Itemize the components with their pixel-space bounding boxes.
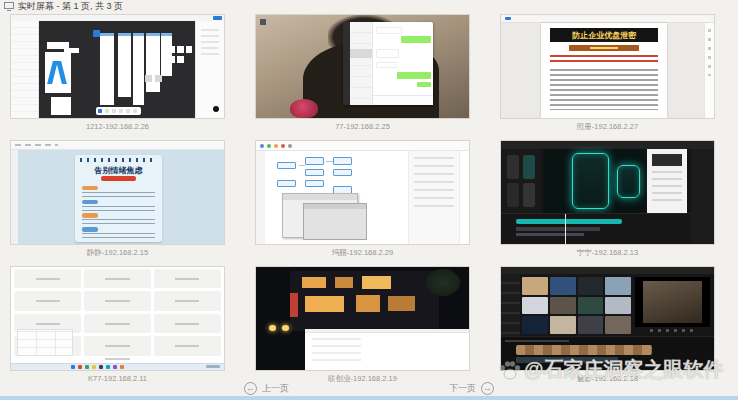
timeline-toolbar — [505, 340, 569, 342]
pagination-bar: ← 上一页 下一页 → — [0, 382, 738, 395]
lit-window — [356, 295, 380, 312]
editor-topbar — [501, 267, 714, 274]
browser-toolbar — [501, 15, 714, 23]
canvas-chip — [177, 46, 184, 53]
canvas-toolbar — [96, 107, 141, 115]
properties-panel — [195, 21, 224, 118]
screen-thumbnail-mali[interactable] — [255, 140, 470, 245]
player-controls — [650, 329, 693, 332]
media-tile — [507, 183, 519, 207]
screen-thumbnail-meiying[interactable] — [500, 266, 715, 371]
grid-card — [84, 291, 151, 310]
screen-thumbnail-77[interactable] — [255, 14, 470, 119]
canvas-chip — [145, 75, 152, 82]
next-page-button[interactable]: 下一页 → — [449, 382, 494, 395]
screen-cell: 防止企业优盘泄密 照册-192.168.2.27 — [500, 14, 715, 132]
dialog-titlebar — [304, 204, 366, 210]
media-tile — [523, 155, 535, 179]
screen-thumbnail-jingjing[interactable]: 告别情绪焦虑 — [10, 140, 225, 245]
poster-red-badge — [101, 176, 136, 181]
lit-window — [302, 277, 326, 288]
tool-icon — [126, 109, 130, 113]
grid-card — [154, 314, 221, 333]
lit-window — [362, 276, 392, 289]
panel-lines — [201, 29, 219, 58]
flowchart-node — [333, 169, 352, 176]
car-headlight — [282, 325, 289, 331]
section-lines — [82, 206, 155, 211]
media-tile — [605, 277, 631, 295]
screen-label: 77-192.168.2.25 — [255, 122, 470, 131]
media-tile — [507, 155, 519, 179]
media-tile — [550, 297, 576, 315]
flowchart-node — [277, 162, 296, 169]
tool-icon — [119, 109, 123, 113]
toolbar-items — [15, 144, 58, 146]
taskbar-icon — [85, 365, 89, 369]
window-bottom-edge — [0, 396, 738, 400]
canvas-chip — [186, 46, 193, 53]
white-window — [305, 329, 469, 370]
preview-player — [635, 277, 710, 326]
tool-icon — [98, 109, 102, 113]
outgoing-message-bubble — [401, 36, 431, 43]
logo-shape — [56, 61, 67, 84]
screen-thumbnail-lianchuangye[interactable] — [255, 266, 470, 371]
remote-screens-window: 实时屏幕 - 第 1 页, 共 3 页 — [0, 0, 738, 400]
avatar — [213, 106, 219, 112]
taskbar-icon — [120, 365, 124, 369]
taskbar-icon — [113, 365, 117, 369]
section-lines — [82, 233, 155, 237]
filmstrip-track — [516, 345, 652, 355]
media-tile — [605, 316, 631, 334]
screen-thumbnail-1212[interactable] — [10, 14, 225, 119]
timeline-clip-teal — [516, 219, 622, 224]
canvas-card — [51, 97, 70, 115]
tool-icon — [133, 109, 137, 113]
preview-frame — [643, 281, 703, 323]
screen-thumbnail-zhaoce[interactable]: 防止企业优盘泄密 — [500, 14, 715, 119]
media-tile — [578, 316, 604, 334]
flowchart-node — [333, 157, 352, 164]
connector-line — [326, 161, 332, 162]
doc-subtitle-band — [569, 45, 639, 51]
screen-cell: 告别情绪焦虑 静静-192.168.2.15 — [10, 140, 225, 258]
taskbar-icon — [106, 365, 110, 369]
grid-card — [84, 269, 151, 288]
media-tile — [605, 297, 631, 315]
media-tile — [550, 277, 576, 295]
tool-icon — [281, 144, 285, 148]
screen-thumbnail-k77[interactable] — [10, 266, 225, 371]
prev-page-button[interactable]: ← 上一页 — [244, 382, 289, 395]
section-chip — [82, 227, 98, 231]
subtitle-text-line — [590, 47, 618, 49]
section-chip — [82, 200, 98, 204]
taskbar — [11, 363, 224, 370]
tool-icon — [260, 144, 264, 148]
screen-cell: 玛丽-192.168.2.29 — [255, 140, 470, 258]
lit-window — [305, 296, 344, 312]
body-text-lines — [550, 69, 658, 111]
spiral-binding — [80, 158, 157, 162]
screen-thumbnail-ningning[interactable] — [500, 140, 715, 245]
prev-page-label: 上一页 — [262, 382, 289, 395]
panel-lines — [652, 171, 683, 203]
outgoing-message-bubble — [397, 72, 431, 79]
tool-icon — [112, 109, 116, 113]
playhead — [565, 214, 566, 244]
timeline — [501, 336, 714, 370]
media-tile — [522, 277, 548, 295]
phone-mockup — [572, 153, 609, 209]
dialog-titlebar — [283, 194, 358, 200]
app-icon — [505, 17, 511, 21]
screen-label: 1212-192.168.2.26 — [10, 122, 225, 131]
window-content-lines — [312, 338, 361, 362]
lit-window — [388, 296, 415, 310]
media-tile — [523, 183, 535, 207]
outgoing-message-bubble — [417, 82, 431, 88]
taskbar-icon — [92, 365, 96, 369]
canvas-card — [64, 48, 79, 53]
red-sign — [290, 293, 297, 317]
taskbar-clock — [206, 365, 220, 368]
canvas-chip — [169, 46, 176, 53]
